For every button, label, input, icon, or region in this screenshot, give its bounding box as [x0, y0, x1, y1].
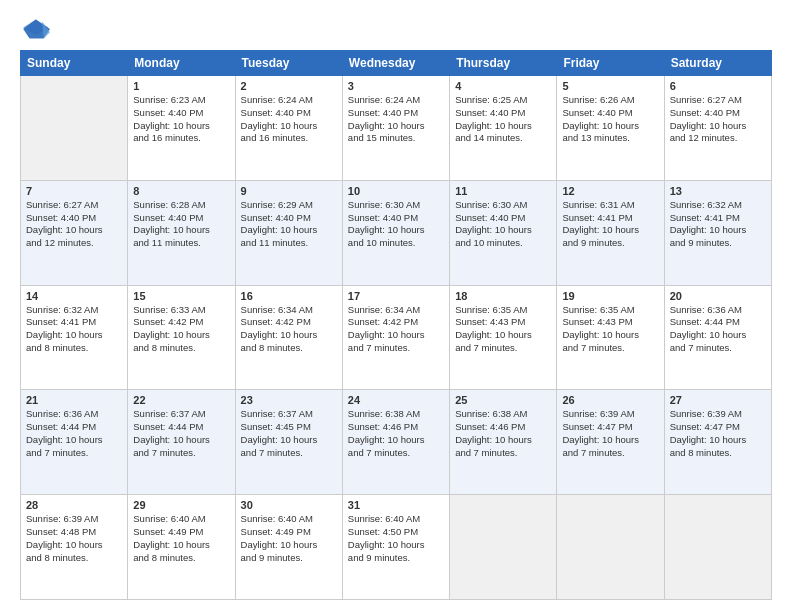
day-number: 10: [348, 185, 444, 197]
day-info: Sunrise: 6:36 AM Sunset: 4:44 PM Dayligh…: [26, 408, 122, 459]
day-number: 15: [133, 290, 229, 302]
table-row: 20Sunrise: 6:36 AM Sunset: 4:44 PM Dayli…: [664, 285, 771, 390]
day-number: 31: [348, 499, 444, 511]
logo: [20, 18, 54, 40]
table-row: 10Sunrise: 6:30 AM Sunset: 4:40 PM Dayli…: [342, 180, 449, 285]
calendar-row: 21Sunrise: 6:36 AM Sunset: 4:44 PM Dayli…: [21, 390, 772, 495]
table-row: 1Sunrise: 6:23 AM Sunset: 4:40 PM Daylig…: [128, 76, 235, 181]
day-number: 2: [241, 80, 337, 92]
day-info: Sunrise: 6:40 AM Sunset: 4:49 PM Dayligh…: [241, 513, 337, 564]
day-number: 29: [133, 499, 229, 511]
day-number: 22: [133, 394, 229, 406]
day-number: 17: [348, 290, 444, 302]
table-row: [557, 495, 664, 600]
day-number: 3: [348, 80, 444, 92]
table-row: 17Sunrise: 6:34 AM Sunset: 4:42 PM Dayli…: [342, 285, 449, 390]
table-row: 8Sunrise: 6:28 AM Sunset: 4:40 PM Daylig…: [128, 180, 235, 285]
day-number: 12: [562, 185, 658, 197]
day-info: Sunrise: 6:29 AM Sunset: 4:40 PM Dayligh…: [241, 199, 337, 250]
day-number: 27: [670, 394, 766, 406]
day-number: 30: [241, 499, 337, 511]
table-row: 22Sunrise: 6:37 AM Sunset: 4:44 PM Dayli…: [128, 390, 235, 495]
day-info: Sunrise: 6:34 AM Sunset: 4:42 PM Dayligh…: [348, 304, 444, 355]
day-info: Sunrise: 6:25 AM Sunset: 4:40 PM Dayligh…: [455, 94, 551, 145]
day-info: Sunrise: 6:39 AM Sunset: 4:47 PM Dayligh…: [670, 408, 766, 459]
calendar-row: 1Sunrise: 6:23 AM Sunset: 4:40 PM Daylig…: [21, 76, 772, 181]
day-info: Sunrise: 6:26 AM Sunset: 4:40 PM Dayligh…: [562, 94, 658, 145]
day-number: 21: [26, 394, 122, 406]
table-row: 19Sunrise: 6:35 AM Sunset: 4:43 PM Dayli…: [557, 285, 664, 390]
day-number: 23: [241, 394, 337, 406]
day-number: 5: [562, 80, 658, 92]
day-number: 25: [455, 394, 551, 406]
day-info: Sunrise: 6:38 AM Sunset: 4:46 PM Dayligh…: [455, 408, 551, 459]
table-row: 26Sunrise: 6:39 AM Sunset: 4:47 PM Dayli…: [557, 390, 664, 495]
col-sunday: Sunday: [21, 51, 128, 76]
day-info: Sunrise: 6:32 AM Sunset: 4:41 PM Dayligh…: [26, 304, 122, 355]
day-number: 11: [455, 185, 551, 197]
day-number: 28: [26, 499, 122, 511]
page: Sunday Monday Tuesday Wednesday Thursday…: [0, 0, 792, 612]
day-info: Sunrise: 6:23 AM Sunset: 4:40 PM Dayligh…: [133, 94, 229, 145]
day-info: Sunrise: 6:39 AM Sunset: 4:47 PM Dayligh…: [562, 408, 658, 459]
day-number: 16: [241, 290, 337, 302]
day-info: Sunrise: 6:30 AM Sunset: 4:40 PM Dayligh…: [348, 199, 444, 250]
day-info: Sunrise: 6:38 AM Sunset: 4:46 PM Dayligh…: [348, 408, 444, 459]
day-info: Sunrise: 6:40 AM Sunset: 4:50 PM Dayligh…: [348, 513, 444, 564]
day-info: Sunrise: 6:27 AM Sunset: 4:40 PM Dayligh…: [670, 94, 766, 145]
calendar-row: 28Sunrise: 6:39 AM Sunset: 4:48 PM Dayli…: [21, 495, 772, 600]
day-number: 19: [562, 290, 658, 302]
table-row: 21Sunrise: 6:36 AM Sunset: 4:44 PM Dayli…: [21, 390, 128, 495]
table-row: 25Sunrise: 6:38 AM Sunset: 4:46 PM Dayli…: [450, 390, 557, 495]
day-info: Sunrise: 6:36 AM Sunset: 4:44 PM Dayligh…: [670, 304, 766, 355]
day-info: Sunrise: 6:31 AM Sunset: 4:41 PM Dayligh…: [562, 199, 658, 250]
day-info: Sunrise: 6:35 AM Sunset: 4:43 PM Dayligh…: [562, 304, 658, 355]
calendar-row: 7Sunrise: 6:27 AM Sunset: 4:40 PM Daylig…: [21, 180, 772, 285]
logo-icon: [20, 18, 50, 40]
table-row: 27Sunrise: 6:39 AM Sunset: 4:47 PM Dayli…: [664, 390, 771, 495]
table-row: 3Sunrise: 6:24 AM Sunset: 4:40 PM Daylig…: [342, 76, 449, 181]
day-number: 20: [670, 290, 766, 302]
table-row: 7Sunrise: 6:27 AM Sunset: 4:40 PM Daylig…: [21, 180, 128, 285]
table-row: 14Sunrise: 6:32 AM Sunset: 4:41 PM Dayli…: [21, 285, 128, 390]
table-row: 15Sunrise: 6:33 AM Sunset: 4:42 PM Dayli…: [128, 285, 235, 390]
table-row: 2Sunrise: 6:24 AM Sunset: 4:40 PM Daylig…: [235, 76, 342, 181]
table-row: 9Sunrise: 6:29 AM Sunset: 4:40 PM Daylig…: [235, 180, 342, 285]
day-info: Sunrise: 6:33 AM Sunset: 4:42 PM Dayligh…: [133, 304, 229, 355]
table-row: 16Sunrise: 6:34 AM Sunset: 4:42 PM Dayli…: [235, 285, 342, 390]
day-number: 24: [348, 394, 444, 406]
table-row: 12Sunrise: 6:31 AM Sunset: 4:41 PM Dayli…: [557, 180, 664, 285]
table-row: 24Sunrise: 6:38 AM Sunset: 4:46 PM Dayli…: [342, 390, 449, 495]
col-saturday: Saturday: [664, 51, 771, 76]
table-row: [21, 76, 128, 181]
table-row: 18Sunrise: 6:35 AM Sunset: 4:43 PM Dayli…: [450, 285, 557, 390]
day-info: Sunrise: 6:39 AM Sunset: 4:48 PM Dayligh…: [26, 513, 122, 564]
day-info: Sunrise: 6:30 AM Sunset: 4:40 PM Dayligh…: [455, 199, 551, 250]
day-number: 8: [133, 185, 229, 197]
table-row: 4Sunrise: 6:25 AM Sunset: 4:40 PM Daylig…: [450, 76, 557, 181]
col-monday: Monday: [128, 51, 235, 76]
table-row: 11Sunrise: 6:30 AM Sunset: 4:40 PM Dayli…: [450, 180, 557, 285]
table-row: 28Sunrise: 6:39 AM Sunset: 4:48 PM Dayli…: [21, 495, 128, 600]
day-info: Sunrise: 6:24 AM Sunset: 4:40 PM Dayligh…: [348, 94, 444, 145]
table-row: 5Sunrise: 6:26 AM Sunset: 4:40 PM Daylig…: [557, 76, 664, 181]
day-number: 26: [562, 394, 658, 406]
col-wednesday: Wednesday: [342, 51, 449, 76]
day-number: 4: [455, 80, 551, 92]
table-row: 6Sunrise: 6:27 AM Sunset: 4:40 PM Daylig…: [664, 76, 771, 181]
table-row: 29Sunrise: 6:40 AM Sunset: 4:49 PM Dayli…: [128, 495, 235, 600]
day-info: Sunrise: 6:32 AM Sunset: 4:41 PM Dayligh…: [670, 199, 766, 250]
table-row: 30Sunrise: 6:40 AM Sunset: 4:49 PM Dayli…: [235, 495, 342, 600]
day-number: 9: [241, 185, 337, 197]
table-row: [450, 495, 557, 600]
header: [20, 18, 772, 40]
day-info: Sunrise: 6:27 AM Sunset: 4:40 PM Dayligh…: [26, 199, 122, 250]
day-number: 7: [26, 185, 122, 197]
calendar-header-row: Sunday Monday Tuesday Wednesday Thursday…: [21, 51, 772, 76]
day-info: Sunrise: 6:37 AM Sunset: 4:44 PM Dayligh…: [133, 408, 229, 459]
day-info: Sunrise: 6:37 AM Sunset: 4:45 PM Dayligh…: [241, 408, 337, 459]
table-row: 23Sunrise: 6:37 AM Sunset: 4:45 PM Dayli…: [235, 390, 342, 495]
day-info: Sunrise: 6:24 AM Sunset: 4:40 PM Dayligh…: [241, 94, 337, 145]
table-row: 31Sunrise: 6:40 AM Sunset: 4:50 PM Dayli…: [342, 495, 449, 600]
col-tuesday: Tuesday: [235, 51, 342, 76]
